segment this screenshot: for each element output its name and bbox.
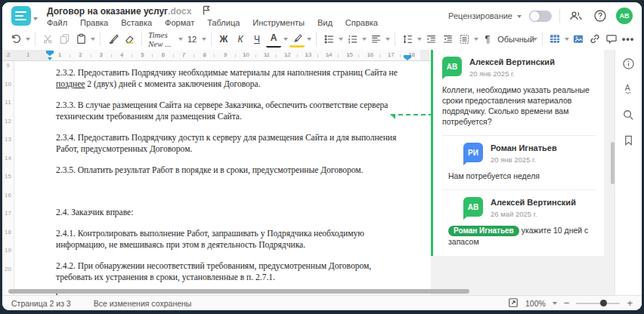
underline-button[interactable]: Ч — [249, 31, 265, 48]
comment-date: 20 янв 2025 г. — [491, 155, 557, 164]
paragraph[interactable]: 2.3.2. Предоставить Подрядчику необходим… — [56, 67, 404, 90]
menu-item[interactable]: Инструменты — [252, 18, 305, 27]
zoom-slider-knob[interactable] — [600, 300, 607, 306]
vertical-ruler[interactable]: 91011121314151617181920 — [2, 61, 14, 295]
review-mode-label[interactable]: Рецензирование — [448, 11, 512, 20]
ruler-margin-number: 1 — [26, 51, 29, 58]
right-indent-marker[interactable] — [404, 55, 411, 60]
paragraph-style-caret-icon[interactable] — [533, 38, 537, 43]
review-toggle[interactable] — [529, 11, 552, 22]
paragraph[interactable] — [56, 186, 404, 197]
line-spacing-button[interactable] — [400, 31, 415, 48]
align-caret-icon[interactable] — [385, 38, 390, 43]
highlight-color-button[interactable] — [289, 31, 305, 48]
format-painter-button[interactable] — [105, 31, 120, 48]
horizontal-scrollbar[interactable] — [8, 289, 469, 294]
highlight-color-caret-icon[interactable] — [307, 38, 311, 43]
comments-scrollbar[interactable] — [611, 142, 615, 184]
paragraph-settings-button[interactable] — [457, 31, 472, 48]
bullet-list-caret-icon[interactable] — [339, 38, 343, 43]
paragraph-settings-caret-icon[interactable] — [474, 38, 478, 43]
undo-dropdown-caret-icon[interactable] — [26, 38, 30, 43]
document-info-icon[interactable] — [621, 56, 636, 71]
font-size-caret-icon[interactable] — [202, 38, 206, 43]
numbered-list-caret-icon[interactable] — [362, 38, 367, 43]
comment-date: 20 янв 2025 г. — [469, 69, 555, 78]
menu-item[interactable]: Вид — [317, 18, 333, 27]
line-spacing-caret-icon[interactable] — [417, 38, 422, 43]
menu-item[interactable]: Таблица — [207, 18, 240, 27]
bullet-list-button[interactable] — [321, 31, 336, 48]
logo-dropdown-caret-icon[interactable] — [33, 17, 38, 23]
comment-reply[interactable]: АВ Алексей Вертинский 26 май 2025 г. Ром… — [442, 189, 596, 247]
spellcheck-icon[interactable]: A — [621, 82, 636, 97]
show-formatting-marks-button[interactable]: ¶ — [480, 31, 495, 48]
italic-button[interactable]: К — [233, 31, 248, 48]
menu-item[interactable]: Правка — [80, 18, 108, 27]
increase-indent-button[interactable] — [440, 31, 455, 48]
zoom-level[interactable]: 100% — [525, 299, 546, 308]
user-avatar[interactable]: АВ — [616, 8, 633, 24]
ruler-number: 7 — [174, 51, 194, 58]
hanging-indent-marker[interactable] — [48, 57, 52, 60]
search-icon[interactable] — [621, 107, 636, 122]
review-dropdown-caret-icon[interactable] — [517, 15, 522, 20]
paragraph-style-select[interactable]: Обычный — [501, 31, 531, 48]
mention-pill[interactable]: Роман Игнатьев — [448, 226, 519, 236]
collaboration-users-icon[interactable] — [568, 8, 584, 24]
zoom-slider[interactable] — [576, 303, 620, 304]
save-status: Все изменения сохранены — [94, 299, 192, 308]
paragraph[interactable]: 2.4. Заказчик вправе: — [56, 207, 404, 218]
comment-reply[interactable]: РИ Роман Игнатьев 20 янв 2025 г. Нам пот… — [442, 135, 596, 181]
fit-page-icon[interactable] — [508, 297, 519, 309]
numbered-list-button[interactable] — [345, 31, 360, 48]
ruler-number: 14 — [2, 155, 14, 174]
horizontal-ruler[interactable]: 2 1 123456789101112131415161718 — [2, 50, 431, 61]
undo-button[interactable] — [8, 31, 23, 48]
font-size-select[interactable]: 12 — [184, 31, 200, 48]
decrease-indent-button[interactable] — [423, 31, 438, 48]
paragraph[interactable]: 2.4.1. Контролировать выполнение Работ, … — [56, 228, 404, 251]
paragraph[interactable]: 2.3.5. Оплатить результат Работ в порядк… — [56, 165, 404, 176]
comment-avatar: РИ — [463, 143, 483, 162]
bold-button[interactable]: Ж — [216, 31, 231, 48]
paragraph[interactable]: 2.3.4. Предоставить Подрядчику доступ к … — [56, 132, 404, 155]
insert-link-button[interactable] — [587, 31, 602, 48]
more-tools-button[interactable]: ••• — [621, 31, 636, 48]
insert-table-button[interactable] — [547, 31, 562, 48]
document-page[interactable]: 2.3.2. Предоставить Подрядчику необходим… — [14, 61, 431, 295]
bookmark-icon[interactable] — [621, 133, 636, 148]
help-icon[interactable] — [592, 8, 608, 24]
font-color-button[interactable]: А — [266, 31, 281, 48]
zoom-out-button[interactable]: − — [564, 298, 570, 308]
insert-table-caret-icon[interactable] — [565, 38, 569, 43]
menu-item[interactable]: Справка — [345, 18, 378, 27]
ruler-number: 10 — [2, 81, 14, 100]
paste-button[interactable] — [73, 31, 88, 48]
favorite-flag-icon[interactable] — [202, 5, 211, 17]
paste-dropdown-caret-icon[interactable] — [91, 38, 95, 43]
zoom-in-button[interactable]: + — [627, 298, 633, 308]
copy-button[interactable] — [57, 31, 72, 48]
insert-image-button[interactable] — [571, 31, 586, 48]
menu-item[interactable]: Формат — [165, 18, 194, 27]
paragraph[interactable]: 2.4.2. При обнаружении несоответствий тр… — [56, 260, 404, 283]
menu-item[interactable]: Вставка — [121, 18, 152, 27]
comment[interactable]: АВ Алексей Вертинский 20 янв 2025 г. Кол… — [442, 57, 596, 127]
ruler-number: 20 — [2, 266, 14, 285]
clear-style-eraser-button[interactable] — [122, 31, 137, 48]
menu-item[interactable]: Файл — [47, 18, 67, 27]
font-color-caret-icon[interactable] — [283, 38, 288, 43]
insert-comment-button[interactable] — [604, 31, 619, 48]
right-sidebar: A — [615, 50, 642, 295]
page-indicator[interactable]: Страница 2 из 3 — [11, 299, 71, 308]
paragraph[interactable]: 2.3.3. В случае размещения Сайта на серв… — [56, 100, 404, 122]
zoom-caret-icon[interactable] — [553, 302, 557, 307]
cut-button[interactable] — [40, 31, 55, 48]
font-family-caret-icon[interactable] — [178, 38, 183, 43]
font-family-select[interactable]: Times New ... — [147, 31, 176, 48]
comment-thread[interactable]: АВ Алексей Вертинский 20 янв 2025 г. Кол… — [431, 50, 604, 256]
align-button[interactable] — [368, 31, 383, 48]
app-logo-icon[interactable] — [11, 6, 31, 26]
ruler-number: 6 — [153, 51, 173, 58]
